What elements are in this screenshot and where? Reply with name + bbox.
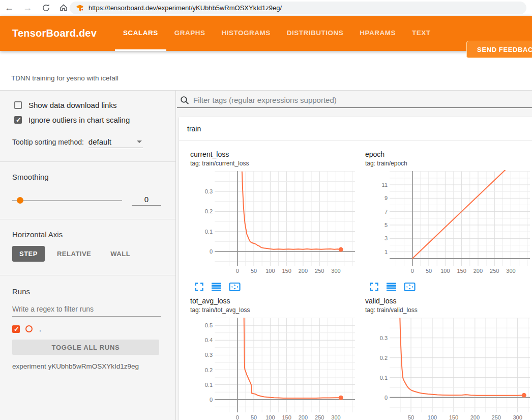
- svg-text:0.4: 0.4: [205, 337, 213, 343]
- fit-domain-icon[interactable]: [404, 282, 416, 292]
- svg-text:50: 50: [408, 414, 414, 420]
- smoothing-slider[interactable]: [12, 197, 122, 204]
- back-icon[interactable]: ←: [2, 1, 16, 15]
- slider-knob[interactable]: [17, 197, 23, 204]
- svg-text:11: 11: [382, 182, 388, 188]
- nav-tabs: SCALARS GRAPHS HISTOGRAMS DISTRIBUTIONS …: [115, 16, 439, 51]
- slider-track: [12, 200, 122, 201]
- svg-text:5: 5: [385, 222, 388, 228]
- expand-chart-icon[interactable]: [369, 282, 379, 292]
- run-name: .: [39, 325, 41, 333]
- fit-domain-icon[interactable]: [229, 282, 241, 292]
- svg-text:0: 0: [210, 248, 213, 255]
- chart-tag: tag: train/epoch: [365, 160, 532, 167]
- tab-scalars[interactable]: SCALARS: [115, 16, 166, 51]
- axis-step-button[interactable]: STEP: [12, 246, 45, 262]
- tag-group-card: train current_loss tag: train/current_lo…: [179, 117, 532, 420]
- svg-text:250: 250: [492, 414, 501, 420]
- smoothing-value[interactable]: 0: [132, 195, 161, 206]
- tab-histograms[interactable]: HISTOGRAMS: [214, 16, 279, 51]
- svg-text:0: 0: [210, 397, 213, 403]
- svg-text:150: 150: [457, 268, 466, 274]
- chart-tag: tag: train/valid_loss: [365, 306, 532, 314]
- svg-text:0.1: 0.1: [205, 382, 213, 388]
- svg-text:100: 100: [440, 268, 450, 274]
- run-color-circle-icon[interactable]: [25, 325, 33, 332]
- filter-tags-input[interactable]: [191, 93, 532, 108]
- svg-text:0.2: 0.2: [380, 355, 388, 361]
- send-feedback-button[interactable]: SEND FEEDBACK: [466, 41, 532, 58]
- svg-text:200: 200: [299, 268, 308, 274]
- run-row[interactable]: .: [12, 325, 161, 333]
- run-checkbox-icon[interactable]: [12, 325, 20, 333]
- svg-text:200: 200: [299, 414, 308, 420]
- toggle-all-runs-button[interactable]: TOGGLE ALL RUNS: [12, 340, 159, 355]
- svg-text:0.2: 0.2: [205, 367, 213, 373]
- chevron-down-icon: [137, 141, 142, 143]
- chart-card-tot-avg-loss: tot_avg_loss tag: train/tot_avg_loss 050…: [186, 297, 357, 420]
- browser-chrome: ← → https://tensorboard.dev/experiment/y…: [0, 0, 532, 16]
- chart-card-valid-loss: valid_loss tag: train/valid_loss 5010015…: [361, 297, 532, 420]
- svg-text:0.1: 0.1: [205, 229, 213, 235]
- scalar-chart[interactable]: 05010015020025030000.10.20.3: [186, 169, 357, 278]
- svg-text:250: 250: [315, 268, 324, 274]
- svg-text:150: 150: [282, 414, 291, 420]
- app-logo[interactable]: TensorBoard.dev: [12, 27, 97, 39]
- experiment-bar: TDNN training for yesno with icefall: [0, 51, 532, 91]
- svg-text:0.3: 0.3: [380, 335, 388, 341]
- app-header: TensorBoard.dev SCALARS GRAPHS HISTOGRAM…: [0, 16, 532, 51]
- svg-text:3: 3: [385, 235, 388, 241]
- svg-text:200: 200: [474, 268, 483, 274]
- checkbox-unchecked-icon[interactable]: [14, 101, 22, 109]
- reorder-lines-icon[interactable]: [387, 282, 396, 292]
- experiment-id-label: experiment yKUbhb5wRmOSXYkId1z9eg: [12, 362, 161, 370]
- axis-wall-button[interactable]: WALL: [103, 246, 137, 262]
- tab-distributions[interactable]: DISTRIBUTIONS: [279, 16, 352, 51]
- scalar-chart[interactable]: 0501001502002503001357911: [361, 169, 532, 278]
- tab-hparams[interactable]: HPARAMS: [351, 16, 404, 51]
- chart-title: current_loss: [190, 150, 357, 158]
- svg-text:9: 9: [385, 195, 388, 201]
- reload-icon[interactable]: [39, 1, 53, 15]
- svg-text:250: 250: [315, 414, 324, 420]
- ignore-outliers-row[interactable]: Ignore outliers in chart scaling: [14, 116, 175, 124]
- svg-text:1: 1: [385, 249, 388, 255]
- expand-chart-icon[interactable]: [194, 282, 204, 292]
- svg-text:100: 100: [265, 414, 275, 420]
- tooltip-sorting-value: default: [88, 137, 111, 146]
- runs-filter-input[interactable]: [12, 303, 161, 317]
- svg-text:0: 0: [236, 268, 239, 274]
- chart-tag: tag: train/tot_avg_loss: [190, 306, 357, 314]
- filter-underline: [177, 107, 191, 108]
- tooltip-sorting-select[interactable]: default: [88, 137, 143, 148]
- tooltip-sorting-label: Tooltip sorting method:: [12, 138, 84, 146]
- checkbox-checked-icon[interactable]: [14, 116, 22, 124]
- scalar-chart[interactable]: 05010015020025030000.10.20.30.40.5: [186, 316, 357, 420]
- tag-group-header[interactable]: train: [179, 117, 532, 141]
- svg-text:150: 150: [449, 414, 458, 420]
- scalar-chart[interactable]: 5010015020025030000.10.20.3: [361, 316, 532, 420]
- svg-text:150: 150: [282, 268, 291, 274]
- svg-text:300: 300: [331, 414, 340, 420]
- search-icon: [180, 96, 189, 105]
- tensorboard-favicon: [76, 4, 84, 12]
- axis-relative-button[interactable]: RELATIVE: [50, 246, 98, 262]
- url-bar[interactable]: https://tensorboard.dev/experiment/yKUbh…: [70, 2, 526, 14]
- svg-text:250: 250: [490, 268, 499, 274]
- reorder-lines-icon[interactable]: [212, 282, 221, 292]
- svg-text:0: 0: [236, 414, 239, 420]
- chart-tag: tag: train/current_loss: [190, 160, 357, 167]
- svg-text:300: 300: [513, 414, 522, 420]
- svg-text:0: 0: [411, 268, 414, 274]
- tab-text[interactable]: TEXT: [404, 16, 439, 51]
- settings-sidebar: Show data download links Ignore outliers…: [0, 91, 176, 420]
- url-text[interactable]: https://tensorboard.dev/experiment/yKUbh…: [88, 4, 282, 12]
- forward-icon[interactable]: →: [20, 1, 35, 15]
- svg-text:0: 0: [385, 395, 388, 401]
- svg-text:7: 7: [385, 209, 388, 215]
- home-icon[interactable]: [56, 1, 71, 15]
- tab-graphs[interactable]: GRAPHS: [166, 16, 214, 51]
- chart-title: tot_avg_loss: [190, 297, 357, 305]
- show-download-links-row[interactable]: Show data download links: [14, 101, 175, 109]
- svg-text:0.2: 0.2: [205, 208, 213, 214]
